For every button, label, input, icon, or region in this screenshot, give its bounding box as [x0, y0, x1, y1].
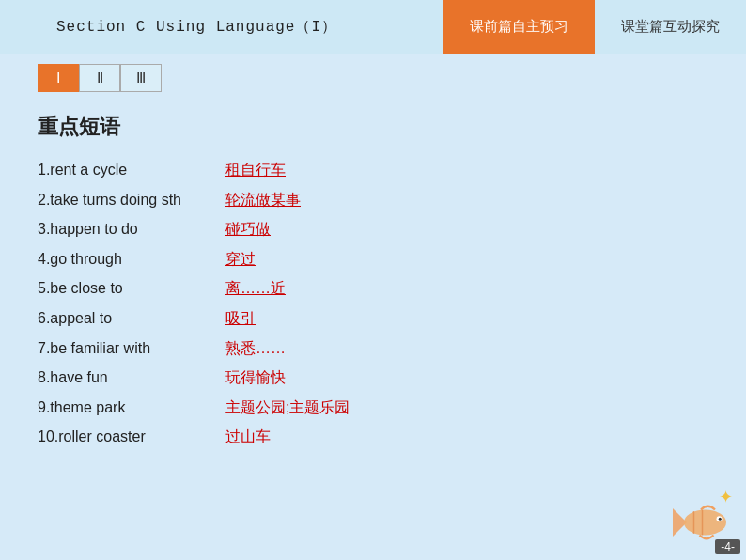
svg-point-1 [684, 510, 726, 536]
vocab-item: 5.be close to离……近 [38, 276, 708, 301]
vocab-item: 2.take turns doing sth轮流做某事 [38, 188, 708, 212]
vocab-en: 8.have fun [38, 366, 225, 390]
vocab-zh: 主题公园;主题乐园 [225, 396, 350, 420]
header: Section C Using Language（I） 课前篇自主预习 课堂篇互… [0, 0, 746, 54]
svg-point-3 [719, 518, 722, 521]
vocab-en: 2.take turns doing sth [38, 188, 225, 212]
vocab-en: 7.be familiar with [38, 336, 225, 361]
fish-decoration [673, 502, 729, 543]
vocab-list: 1.rent a cycle租自行车2.take turns doing sth… [38, 158, 708, 449]
vocab-zh: 离……近 [225, 276, 286, 301]
vocab-item: 4.go through穿过 [38, 247, 708, 272]
vocab-en: 9.theme park [38, 396, 225, 420]
btn-preview[interactable]: 课前篇自主预习 [443, 0, 595, 54]
vocab-en: 3.happen to do [38, 217, 225, 241]
page-number: -4- [715, 539, 740, 554]
vocab-item: 7.be familiar with熟悉…… [38, 336, 708, 361]
btn-preview-label: 课前篇自主预习 [470, 18, 568, 36]
vocab-item: 8.have fun玩得愉快 [38, 366, 708, 390]
vocab-en: 5.be close to [38, 276, 225, 301]
vocab-zh: 熟悉…… [225, 336, 286, 361]
vocab-en: 10.roller coaster [38, 425, 225, 449]
title-text: Section C Using Language（I） [56, 17, 337, 37]
tab-row: Ⅰ Ⅱ Ⅲ [0, 54, 746, 101]
vocab-zh: 碰巧做 [225, 217, 271, 241]
btn-classroom-label: 课堂篇互动探究 [621, 18, 720, 36]
vocab-zh: 玩得愉快 [225, 366, 286, 390]
vocab-en: 4.go through [38, 247, 225, 272]
vocab-zh: 租自行车 [225, 158, 286, 182]
vocab-item: 9.theme park主题公园;主题乐园 [38, 396, 708, 420]
fish-icon [673, 502, 729, 543]
vocab-item: 10.roller coaster过山车 [38, 425, 708, 449]
vocab-en: 6.appeal to [38, 306, 225, 331]
vocab-zh: 穿过 [225, 247, 256, 272]
vocab-zh: 轮流做某事 [225, 188, 301, 212]
content-area: 重点短语 1.rent a cycle租自行车2.take turns doin… [0, 101, 746, 449]
section-title: 重点短语 [38, 113, 708, 141]
vocab-zh: 吸引 [225, 306, 256, 331]
header-title: Section C Using Language（I） [0, 0, 443, 54]
tab-1[interactable]: Ⅰ [38, 64, 79, 92]
tab-2[interactable]: Ⅱ [79, 64, 120, 92]
vocab-item: 1.rent a cycle租自行车 [38, 158, 708, 182]
vocab-item: 6.appeal to吸引 [38, 306, 708, 331]
vocab-item: 3.happen to do碰巧做 [38, 217, 708, 241]
vocab-zh: 过山车 [225, 425, 271, 449]
vocab-en: 1.rent a cycle [38, 158, 225, 182]
btn-classroom[interactable]: 课堂篇互动探究 [595, 0, 746, 54]
star-icon: ✦ [719, 487, 733, 507]
tab-3[interactable]: Ⅲ [120, 64, 162, 92]
